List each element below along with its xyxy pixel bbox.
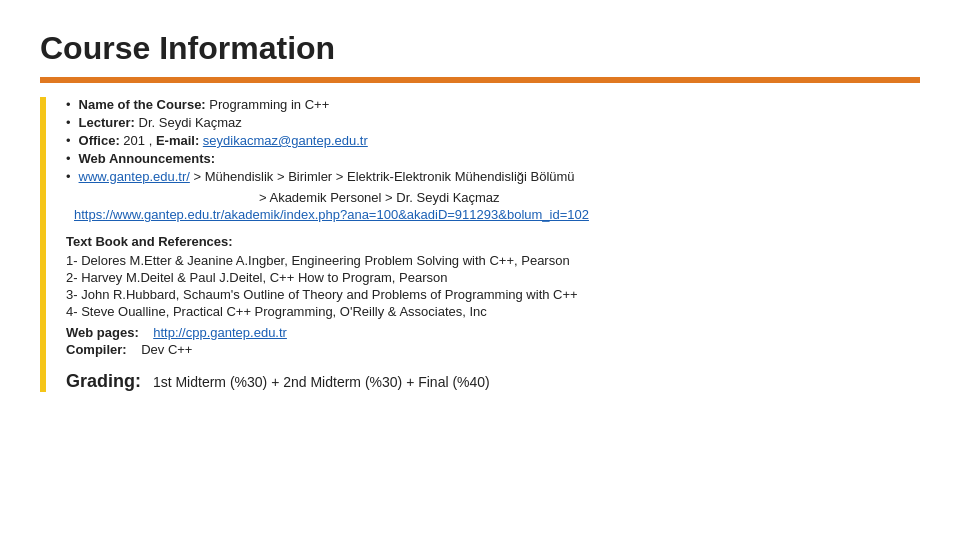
list-item-office: Office: 201 , E-mail: seydikacmaz@gantep… bbox=[66, 133, 920, 148]
ref-1: 1- Delores M.Etter & Jeanine A.Ingber, E… bbox=[66, 253, 920, 268]
ref-2: 2- Harvey M.Deitel & Paul J.Deitel, C++ … bbox=[66, 270, 920, 285]
ref-3: 3- John R.Hubbard, Schaum's Outline of T… bbox=[66, 287, 920, 302]
full-url-link[interactable]: https://www.gantep.edu.tr/akademik/index… bbox=[74, 207, 589, 222]
lecturer-value: Dr. Seydi Kaçmaz bbox=[135, 115, 242, 130]
main-content: Name of the Course: Programming in C++ L… bbox=[66, 83, 920, 392]
info-bullet-list: Name of the Course: Programming in C++ L… bbox=[66, 97, 920, 184]
web-pages-label: Web pages: bbox=[66, 325, 139, 340]
content-area: Name of the Course: Programming in C++ L… bbox=[40, 83, 920, 392]
course-value: Programming in C++ bbox=[206, 97, 330, 112]
web-compiler-section: Web pages: http://cpp.gantep.edu.tr Comp… bbox=[66, 325, 920, 357]
page: Course Information Name of the Course: P… bbox=[0, 0, 960, 540]
textbook-title: Text Book and References: bbox=[66, 234, 920, 249]
web-pages-line: Web pages: http://cpp.gantep.edu.tr bbox=[66, 325, 920, 340]
page-title: Course Information bbox=[40, 30, 920, 67]
email-link[interactable]: seydikacmaz@gantep.edu.tr bbox=[203, 133, 368, 148]
list-item-web-announcements: Web Announcements: bbox=[66, 151, 920, 166]
compiler-line: Compiler: Dev C++ bbox=[66, 342, 920, 357]
textbook-section: Text Book and References: 1- Delores M.E… bbox=[66, 234, 920, 319]
list-item-gantep-link: www.gantep.edu.tr/ > Mühendislik > Birim… bbox=[66, 169, 920, 184]
compiler-value bbox=[130, 342, 137, 357]
sub-link-text: > Akademik Personel > Dr. Seydi Kaçmaz bbox=[82, 190, 920, 205]
web-pages-link[interactable]: http://cpp.gantep.edu.tr bbox=[153, 325, 287, 340]
grading-section: Grading: 1st Midterm (%30) + 2nd Midterm… bbox=[66, 371, 920, 392]
list-item-lecturer: Lecturer: Dr. Seydi Kaçmaz bbox=[66, 115, 920, 130]
gantep-link-text: > Mühendislik > Birimler > Elektrik-Elek… bbox=[190, 169, 575, 184]
office-value: 201 , bbox=[120, 133, 156, 148]
compiler-text: Dev C++ bbox=[141, 342, 192, 357]
grading-label: Grading: bbox=[66, 371, 141, 391]
lecturer-label: Lecturer: bbox=[79, 115, 135, 130]
compiler-label: Compiler: bbox=[66, 342, 127, 357]
gantep-main-link[interactable]: www.gantep.edu.tr/ bbox=[79, 169, 190, 184]
ref-4: 4- Steve Oualline, Practical C++ Program… bbox=[66, 304, 920, 319]
email-label: E-mail: bbox=[156, 133, 199, 148]
yellow-accent-bar bbox=[40, 97, 46, 392]
full-url-line: https://www.gantep.edu.tr/akademik/index… bbox=[74, 207, 920, 222]
web-announcements-label: Web Announcements: bbox=[79, 151, 216, 166]
list-item-course: Name of the Course: Programming in C++ bbox=[66, 97, 920, 112]
course-label: Name of the Course: bbox=[79, 97, 206, 112]
grading-text: 1st Midterm (%30) + 2nd Midterm (%30) + … bbox=[153, 374, 490, 390]
office-label: Office: bbox=[79, 133, 120, 148]
